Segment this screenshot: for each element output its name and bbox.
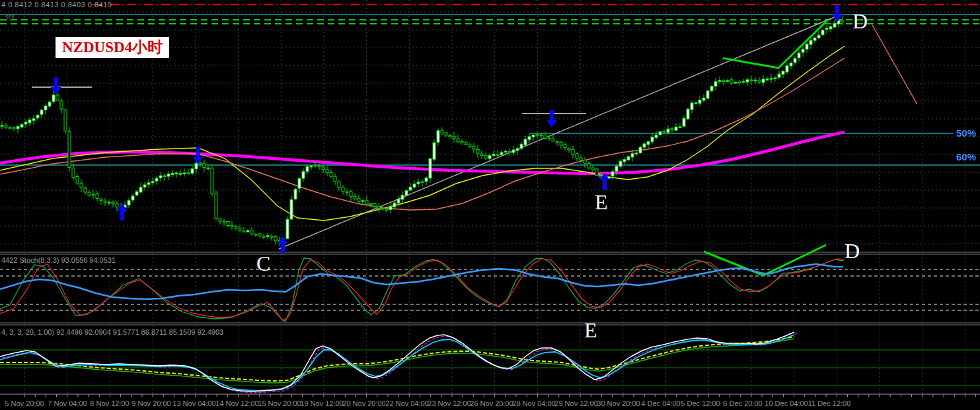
- candle-body: [639, 147, 642, 153]
- x-axis-label: 20 Nov 20:00: [342, 399, 385, 407]
- candle-body: [671, 129, 673, 130]
- candle-body: [68, 131, 71, 167]
- candle-body: [246, 230, 249, 232]
- candle-body: [302, 172, 305, 178]
- candle-body: [643, 144, 646, 147]
- candle-body: [798, 53, 800, 57]
- candle-body: [147, 183, 150, 185]
- candle-body: [718, 81, 721, 82]
- x-axis-label: 19 Nov 12:00: [300, 399, 343, 407]
- candle-body: [354, 196, 356, 199]
- candle-body: [155, 178, 158, 181]
- candle-body: [326, 170, 328, 173]
- candle-body: [203, 164, 206, 168]
- candle-body: [250, 230, 253, 234]
- candle-body: [544, 135, 547, 139]
- annotation-letter: D: [845, 240, 860, 261]
- candle-body: [524, 139, 527, 145]
- candle-body: [504, 151, 507, 153]
- candle-body: [274, 236, 277, 241]
- candle-body: [687, 109, 689, 119]
- candle-body: [698, 100, 701, 104]
- candle-body: [778, 74, 780, 77]
- x-axis-label: 30 Nov 20:00: [597, 399, 640, 407]
- candle-body: [615, 166, 618, 172]
- candle-body: [821, 30, 824, 35]
- candle-body: [393, 203, 396, 207]
- candle-body: [595, 169, 598, 176]
- candle-body: [417, 182, 420, 184]
- candle-body: [381, 208, 384, 209]
- candle-body: [472, 147, 475, 149]
- candle-body: [330, 172, 332, 176]
- ma-salmon-projection: [872, 25, 917, 104]
- candle-body: [207, 168, 209, 169]
- candle-body: [492, 154, 495, 156]
- candle-body: [298, 178, 301, 188]
- green-v-annotation: [704, 245, 826, 275]
- candle-body: [710, 86, 713, 90]
- chart-canvas[interactable]: [0, 0, 980, 410]
- candle-body: [72, 168, 75, 178]
- candle-body: [135, 191, 138, 195]
- candle-body: [1, 125, 3, 127]
- candle-body: [52, 95, 55, 102]
- osc-magenta-line: [3, 333, 797, 393]
- annotation-letter: E: [595, 191, 608, 213]
- candle-body: [334, 176, 336, 182]
- candle-body: [116, 204, 118, 207]
- x-axis-label: 6 Dec 20:00: [723, 399, 762, 407]
- candle-body: [9, 127, 11, 129]
- candle-body: [469, 145, 471, 147]
- x-axis-label: 22 Nov 04:00: [385, 399, 428, 407]
- sell-marker-label: sell: [5, 13, 15, 20]
- x-axis-label: 23 Nov 12:00: [428, 399, 471, 407]
- candle-body: [465, 143, 467, 145]
- candle-body: [369, 203, 372, 205]
- candle-body: [365, 201, 368, 204]
- candle-body: [104, 201, 106, 202]
- x-axis-label: 11 Dec 12:00: [808, 399, 851, 407]
- candle-body: [794, 58, 796, 62]
- candle-body: [151, 182, 154, 183]
- candle-body: [88, 192, 91, 195]
- candle-body: [500, 153, 503, 155]
- candle-body: [286, 219, 289, 238]
- candle-body: [179, 174, 182, 175]
- candle-body: [663, 131, 665, 132]
- candle-body: [262, 236, 265, 238]
- gray-trendline: [279, 17, 836, 249]
- candle-body: [254, 234, 257, 236]
- candle-body: [512, 150, 515, 153]
- candle-body: [691, 103, 693, 110]
- candle-body: [187, 172, 190, 174]
- candle-body: [239, 228, 241, 230]
- x-axis-label: 7 Nov 04:00: [48, 399, 87, 407]
- time-axis[interactable]: 5 Nov 20:007 Nov 04:008 Nov 12:009 Nov 2…: [0, 399, 980, 410]
- candle-body: [96, 194, 98, 199]
- candle-body: [770, 79, 773, 80]
- candle-body: [270, 236, 273, 237]
- osc-cyan-line: [0, 335, 794, 391]
- candle-body: [342, 188, 344, 191]
- candle-body: [231, 225, 233, 226]
- x-axis-label: 5 Nov 20:00: [5, 399, 44, 407]
- candle-body: [28, 120, 31, 123]
- candle-body: [647, 141, 650, 145]
- candle-body: [219, 219, 221, 221]
- candle-body: [532, 135, 535, 137]
- candle-body: [619, 161, 622, 166]
- candle-body: [13, 128, 15, 129]
- x-axis-label: 26 Nov 20:00: [470, 399, 513, 407]
- candle-body: [762, 79, 765, 83]
- x-axis-label: 29 Nov 12:00: [554, 399, 597, 407]
- trading-chart-window[interactable]: 4 0.8412 0.8413 0.8403 0.8410 sell NZDUS…: [0, 0, 980, 410]
- candle-body: [488, 156, 491, 158]
- candle-body: [191, 168, 194, 173]
- candle-body: [758, 81, 761, 82]
- candle-body: [476, 150, 479, 154]
- candle-body: [20, 124, 23, 127]
- candle-body: [24, 122, 27, 124]
- candle-body: [631, 153, 634, 157]
- candle-body: [564, 145, 566, 147]
